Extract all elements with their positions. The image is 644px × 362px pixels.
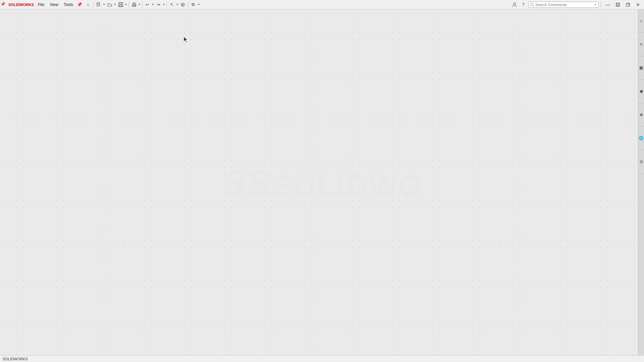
options-button-group: ⚙ ▼ (190, 1, 200, 8)
svg-rect-19 (617, 4, 619, 6)
svg-point-14 (514, 3, 516, 5)
close-button[interactable]: ✕ (633, 1, 643, 8)
select-dropdown-arrow[interactable]: ▼ (176, 3, 178, 6)
sidebar-tab-6-icon: 🌐 (639, 136, 644, 140)
sidebar-tab-5-icon: ≣ (640, 112, 643, 117)
toolbar-sep-4 (166, 2, 167, 8)
home-button[interactable]: ⌂ (85, 1, 92, 8)
main-canvas (0, 9, 638, 355)
sidebar-tab-3-icon: ▦ (639, 65, 643, 70)
solidworks-icon (1, 2, 7, 8)
undo-button[interactable]: ↩ (144, 1, 151, 8)
pin-button[interactable]: 📌 (76, 1, 83, 8)
window-controls: — ✕ (603, 1, 643, 8)
home-button-group: ⌂ (85, 1, 92, 8)
menu-file[interactable]: File (35, 1, 47, 8)
undo-button-group: ↩ ▼ (144, 1, 154, 8)
svg-rect-10 (133, 3, 135, 4)
status-text: SOLIDWORKS (3, 357, 28, 361)
sidebar-tab-4-icon: ◉ (640, 89, 643, 94)
toolbar-right: ? — ✕ (511, 1, 644, 8)
save-button[interactable] (117, 1, 124, 8)
sidebar-tab-6[interactable]: 🌐 (638, 127, 644, 150)
search-box (528, 2, 599, 8)
open-dropdown-arrow[interactable]: ▼ (114, 3, 116, 6)
undo-dropdown-arrow[interactable]: ▼ (152, 3, 154, 6)
toolbar-sep-5 (188, 2, 188, 8)
app-name: SOLIDWORKS (8, 3, 34, 7)
menu-bar: File View Tools (35, 1, 76, 8)
options-dropdown-arrow[interactable]: ▼ (197, 3, 200, 6)
redo-button[interactable]: ↪ (155, 1, 162, 8)
search-dropdown-arrow[interactable] (594, 3, 597, 6)
search-input[interactable] (535, 3, 592, 7)
rebuild-button[interactable] (179, 1, 186, 8)
svg-line-16 (533, 5, 534, 6)
open-button-group: ▼ (106, 1, 116, 8)
title-bar: SOLIDWORKS File View Tools 📌 ⌂ ▼ ▼ (0, 0, 644, 9)
sidebar-tab-1[interactable]: ⌂ (638, 9, 644, 33)
redo-button-group: ↪ ▼ (155, 1, 165, 8)
svg-marker-13 (182, 4, 184, 6)
new-button-group: ▼ (95, 1, 105, 8)
svg-rect-20 (626, 4, 629, 6)
sidebar-tab-5[interactable]: ≣ (638, 103, 644, 127)
menu-tools[interactable]: Tools (61, 1, 76, 8)
svg-rect-7 (120, 3, 122, 4)
toolbar-sep-3 (142, 2, 143, 8)
new-dropdown-arrow[interactable]: ▼ (103, 3, 105, 6)
status-bar: SOLIDWORKS (0, 355, 644, 362)
toolbar-sep-2 (129, 2, 129, 8)
print-dropdown-arrow[interactable]: ▼ (138, 3, 141, 6)
open-button[interactable] (106, 1, 113, 8)
redo-dropdown-arrow[interactable]: ▼ (163, 3, 165, 6)
select-button-group: ↖ ▼ (168, 1, 178, 8)
svg-point-15 (530, 3, 533, 6)
print-button-group: ▼ (130, 1, 141, 8)
sidebar-tab-3[interactable]: ▦ (638, 56, 644, 80)
save-dropdown-arrow[interactable]: ▼ (125, 3, 127, 6)
sidebar-tab-4[interactable]: ◉ (638, 80, 644, 103)
select-button[interactable]: ↖ (168, 1, 175, 8)
sidebar-tab-7[interactable]: ◎ (638, 150, 644, 174)
svg-rect-11 (133, 5, 136, 6)
sidebar-tab-2-icon: ≡ (640, 42, 642, 47)
search-icon (530, 3, 534, 7)
sidebar-tab-2[interactable]: ≡ (638, 33, 644, 56)
svg-marker-17 (594, 4, 596, 5)
svg-rect-8 (119, 5, 122, 6)
brand-logo: SOLIDWORKS (0, 2, 35, 8)
toolbar-sep-6 (601, 2, 601, 8)
print-button[interactable] (130, 1, 138, 8)
maximize-button[interactable] (613, 1, 623, 8)
menu-view[interactable]: View (47, 1, 61, 8)
sidebar-tab-1-icon: ⌂ (640, 18, 642, 23)
user-account-button[interactable] (511, 1, 518, 8)
toolbar: ⌂ ▼ ▼ ▼ (83, 1, 511, 8)
new-button[interactable] (95, 1, 102, 8)
sidebar-tab-7-icon: ◎ (640, 159, 643, 164)
minimize-button[interactable]: — (603, 1, 612, 8)
save-button-group: ▼ (117, 1, 127, 8)
help-button[interactable]: ? (520, 1, 527, 8)
toolbar-sep-1 (93, 2, 94, 8)
right-sidebar: ⌂ ≡ ▦ ◉ ≣ 🌐 ◎ (638, 9, 644, 355)
options-button[interactable]: ⚙ (190, 1, 197, 8)
restore-button[interactable] (623, 1, 633, 8)
